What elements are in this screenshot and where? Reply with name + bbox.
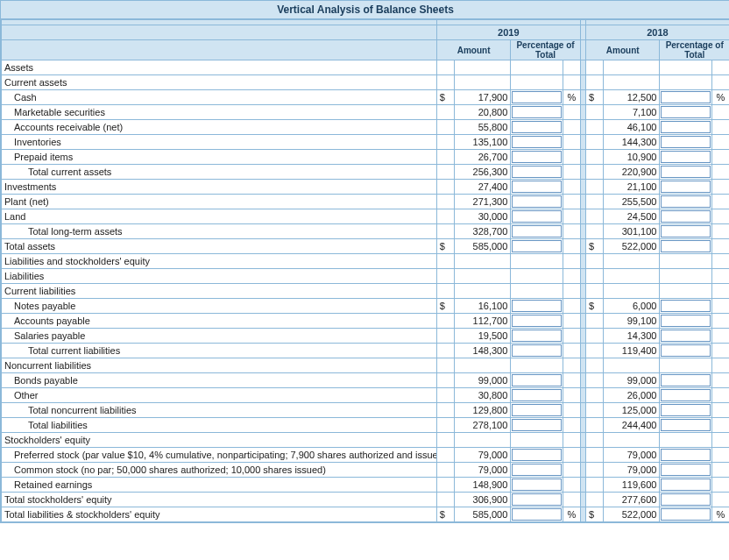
- row-label: Liabilities: [2, 269, 437, 284]
- table-row: Stockholders' equity: [2, 433, 730, 448]
- percentage-input[interactable]: [660, 150, 712, 165]
- percentage-input[interactable]: [511, 344, 563, 358]
- percent-symbol: [712, 478, 729, 493]
- percentage-input: [511, 433, 563, 448]
- percentage-input: [660, 60, 712, 75]
- table-row: Current liabilities: [2, 284, 730, 299]
- percentage-input[interactable]: [511, 478, 563, 493]
- percentage-input[interactable]: [511, 209, 563, 224]
- currency-symbol: $: [585, 299, 603, 314]
- percentage-input[interactable]: [660, 329, 712, 344]
- percentage-input[interactable]: [660, 507, 712, 522]
- row-label: Total liabilities: [2, 418, 437, 433]
- percent-symbol: [712, 388, 729, 403]
- row-label: Investments: [2, 180, 437, 195]
- percentage-input[interactable]: [660, 403, 712, 418]
- percentage-input[interactable]: [660, 388, 712, 403]
- percentage-input[interactable]: [660, 195, 712, 209]
- row-label: Prepaid items: [2, 150, 437, 165]
- amount-cell: [603, 269, 660, 284]
- percentage-input[interactable]: [511, 314, 563, 329]
- percentage-input[interactable]: [511, 418, 563, 433]
- percent-symbol: [563, 314, 580, 329]
- percent-symbol: [712, 373, 729, 388]
- percentage-input[interactable]: [511, 507, 563, 522]
- percentage-input[interactable]: [660, 493, 712, 507]
- amount-cell: 148,900: [454, 478, 511, 493]
- percentage-input[interactable]: [660, 373, 712, 388]
- percentage-input[interactable]: [660, 90, 712, 105]
- percentage-input[interactable]: [660, 105, 712, 120]
- currency-symbol: [436, 284, 454, 299]
- row-label: Noncurrent liabilities: [2, 358, 437, 373]
- percentage-input[interactable]: [660, 209, 712, 224]
- amount-cell: 99,100: [603, 314, 660, 329]
- percent-symbol: %: [712, 507, 729, 522]
- amount-cell: 144,300: [603, 135, 660, 150]
- percentage-input[interactable]: [511, 448, 563, 463]
- currency-symbol: [436, 150, 454, 165]
- amount-cell: 21,100: [603, 180, 660, 195]
- row-label: Bonds payable: [2, 373, 437, 388]
- percentage-input[interactable]: [511, 105, 563, 120]
- percent-symbol: [563, 150, 580, 165]
- percentage-input[interactable]: [511, 150, 563, 165]
- percentage-input[interactable]: [511, 299, 563, 314]
- percentage-input[interactable]: [511, 195, 563, 209]
- percentage-input[interactable]: [660, 299, 712, 314]
- percent-symbol: [712, 180, 729, 195]
- percentage-input[interactable]: [511, 90, 563, 105]
- currency-symbol: [585, 403, 603, 418]
- table-row: Preferred stock (par value $10, 4% cumul…: [2, 448, 730, 463]
- percent-symbol: %: [712, 90, 729, 105]
- percentage-input[interactable]: [660, 463, 712, 478]
- percentage-input[interactable]: [660, 448, 712, 463]
- percentage-input[interactable]: [511, 388, 563, 403]
- percentage-input[interactable]: [511, 493, 563, 507]
- percentage-input[interactable]: [511, 239, 563, 254]
- amount-cell: [454, 254, 511, 269]
- row-label: Accounts payable: [2, 314, 437, 329]
- table-row: Total assets$585,000$522,000: [2, 239, 730, 254]
- percentage-input[interactable]: [511, 329, 563, 344]
- percentage-input[interactable]: [511, 120, 563, 135]
- row-label: Total assets: [2, 239, 437, 254]
- percent-symbol: [563, 418, 580, 433]
- amount-cell: 14,300: [603, 329, 660, 344]
- col-amount-2019: Amount: [436, 40, 510, 60]
- percentage-input[interactable]: [660, 239, 712, 254]
- percentage-input[interactable]: [660, 165, 712, 180]
- percentage-input[interactable]: [511, 180, 563, 195]
- currency-symbol: [436, 195, 454, 209]
- amount-cell: 10,900: [603, 150, 660, 165]
- percentage-input: [511, 269, 563, 284]
- currency-symbol: [436, 209, 454, 224]
- currency-symbol: [585, 463, 603, 478]
- percentage-input[interactable]: [660, 418, 712, 433]
- currency-symbol: [585, 120, 603, 135]
- percentage-input[interactable]: [511, 403, 563, 418]
- percentage-input[interactable]: [660, 180, 712, 195]
- table-row: Accounts receivable (net)55,80046,100: [2, 120, 730, 135]
- percentage-input[interactable]: [660, 314, 712, 329]
- percentage-input[interactable]: [511, 135, 563, 150]
- percentage-input[interactable]: [660, 224, 712, 239]
- table-row: Total current assets256,300220,900: [2, 165, 730, 180]
- percent-symbol: [712, 254, 729, 269]
- percentage-input[interactable]: [660, 120, 712, 135]
- percent-symbol: [712, 224, 729, 239]
- percentage-input[interactable]: [511, 165, 563, 180]
- table-row: Notes payable$16,100$6,000: [2, 299, 730, 314]
- table-row: Bonds payable99,00099,000: [2, 373, 730, 388]
- percentage-input[interactable]: [511, 224, 563, 239]
- percent-symbol: [563, 344, 580, 358]
- currency-symbol: [585, 254, 603, 269]
- currency-symbol: [585, 135, 603, 150]
- percentage-input[interactable]: [511, 373, 563, 388]
- percentage-input[interactable]: [660, 344, 712, 358]
- amount-cell: [454, 358, 511, 373]
- amount-cell: 277,600: [603, 493, 660, 507]
- percentage-input[interactable]: [660, 478, 712, 493]
- percentage-input[interactable]: [511, 463, 563, 478]
- percentage-input[interactable]: [660, 135, 712, 150]
